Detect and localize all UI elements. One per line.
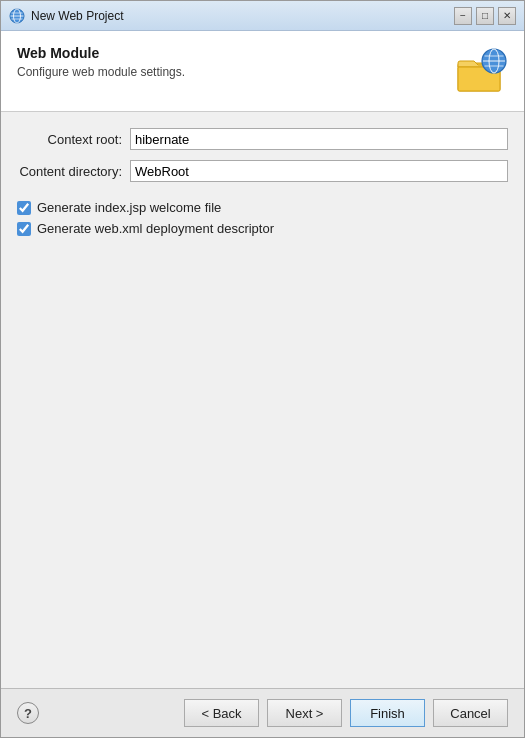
context-root-label: Context root:	[17, 132, 122, 147]
content-area: Context root: Content directory: Generat…	[1, 112, 524, 688]
window-controls: − □ ✕	[454, 7, 516, 25]
context-root-row: Context root:	[17, 128, 508, 150]
minimize-button[interactable]: −	[454, 7, 472, 25]
window-icon	[9, 8, 25, 24]
header-section: Web Module Configure web module settings…	[1, 31, 524, 112]
content-directory-label: Content directory:	[17, 164, 122, 179]
back-button[interactable]: < Back	[184, 699, 259, 727]
content-directory-row: Content directory:	[17, 160, 508, 182]
header-title: Web Module	[17, 45, 446, 61]
title-bar: New Web Project − □ ✕	[1, 1, 524, 31]
checkboxes-section: Generate index.jsp welcome file Generate…	[17, 200, 508, 236]
generate-webxml-label: Generate web.xml deployment descriptor	[37, 221, 274, 236]
checkbox-row-webxml: Generate web.xml deployment descriptor	[17, 221, 508, 236]
checkbox-row-index: Generate index.jsp welcome file	[17, 200, 508, 215]
footer: ? < Back Next > Finish Cancel	[1, 688, 524, 737]
finish-button[interactable]: Finish	[350, 699, 425, 727]
footer-buttons: < Back Next > Finish Cancel	[184, 699, 508, 727]
main-window: New Web Project − □ ✕ Web Module Configu…	[0, 0, 525, 738]
restore-button[interactable]: □	[476, 7, 494, 25]
window-title: New Web Project	[31, 9, 454, 23]
content-directory-input[interactable]	[130, 160, 508, 182]
header-text: Web Module Configure web module settings…	[17, 45, 446, 79]
context-root-input[interactable]	[130, 128, 508, 150]
header-icon	[456, 45, 508, 97]
next-button[interactable]: Next >	[267, 699, 342, 727]
footer-left: ?	[17, 702, 39, 724]
help-button[interactable]: ?	[17, 702, 39, 724]
header-subtitle: Configure web module settings.	[17, 65, 446, 79]
generate-webxml-checkbox[interactable]	[17, 222, 31, 236]
generate-index-checkbox[interactable]	[17, 201, 31, 215]
close-button[interactable]: ✕	[498, 7, 516, 25]
cancel-button[interactable]: Cancel	[433, 699, 508, 727]
generate-index-label: Generate index.jsp welcome file	[37, 200, 221, 215]
